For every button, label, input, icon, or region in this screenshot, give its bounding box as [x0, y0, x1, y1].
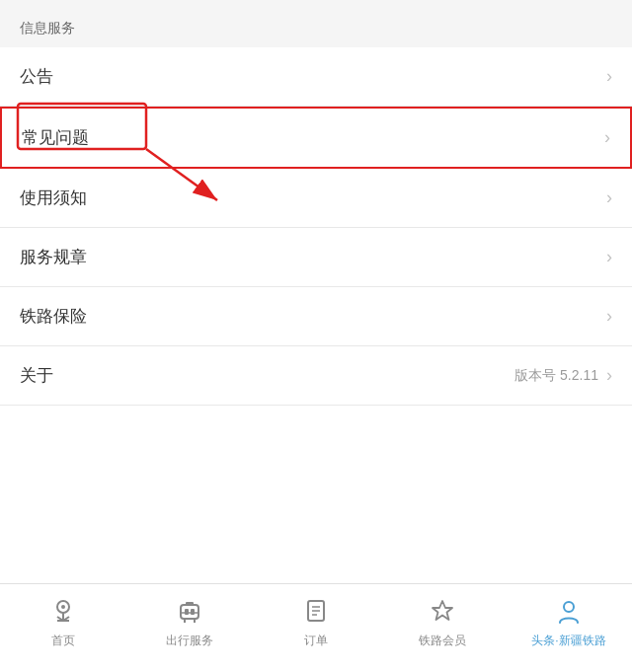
section-header: 信息服务	[0, 0, 632, 47]
chevron-icon: ›	[606, 306, 612, 327]
menu-item-service-rules-right: ›	[606, 247, 612, 267]
tab-orders[interactable]: 订单	[253, 597, 379, 649]
menu-item-service-rules[interactable]: 服务规章›	[0, 228, 632, 287]
home-icon	[49, 597, 77, 629]
menu-item-about-meta: 版本号 5.2.11	[514, 367, 598, 385]
menu-item-railway-insurance-label: 铁路保险	[20, 305, 87, 328]
tab-home-label: 首页	[51, 633, 75, 649]
menu-item-usage-notice-right: ›	[606, 187, 612, 208]
tab-profile-label: 头条·新疆铁路	[531, 633, 605, 649]
menu-item-railway-insurance[interactable]: 铁路保险›	[0, 287, 632, 346]
tab-home[interactable]: 首页	[0, 597, 126, 649]
menu-item-usage-notice-label: 使用须知	[20, 187, 87, 209]
svg-marker-20	[433, 601, 452, 620]
svg-rect-15	[186, 602, 194, 606]
menu-item-announcement-label: 公告	[20, 65, 53, 88]
menu-item-faq-right: ›	[604, 127, 610, 148]
tab-membership[interactable]: 铁路会员	[379, 597, 506, 649]
chevron-icon: ›	[606, 187, 612, 208]
tab-membership-label: 铁路会员	[419, 633, 466, 649]
menu-list: 公告›常见问题›使用须知›服务规章›铁路保险›关于版本号 5.2.11›	[0, 47, 632, 583]
svg-rect-10	[185, 609, 189, 615]
chevron-icon: ›	[604, 127, 610, 148]
menu-item-announcement[interactable]: 公告›	[0, 47, 632, 107]
menu-item-about-label: 关于	[20, 364, 53, 387]
svg-point-21	[564, 602, 574, 612]
profile-icon	[555, 597, 583, 629]
svg-rect-11	[191, 609, 195, 615]
svg-point-4	[61, 605, 65, 609]
svg-rect-9	[181, 605, 198, 619]
menu-item-faq[interactable]: 常见问题›	[0, 107, 632, 169]
tab-orders-label: 订单	[304, 633, 328, 649]
section-title: 信息服务	[20, 20, 75, 36]
tab-profile[interactable]: 头条·新疆铁路	[506, 597, 632, 649]
travel-icon	[176, 597, 203, 629]
menu-item-about-right: 版本号 5.2.11›	[514, 365, 612, 386]
membership-icon	[429, 597, 456, 629]
tab-travel[interactable]: 出行服务	[126, 597, 253, 649]
chevron-icon: ›	[606, 365, 612, 386]
menu-item-usage-notice[interactable]: 使用须知›	[0, 169, 632, 228]
menu-item-railway-insurance-right: ›	[606, 306, 612, 327]
chevron-icon: ›	[606, 66, 612, 87]
screen: 信息服务 公告›常见问题›使用须知›服务规章›铁路保险›关于版本号 5.2.11…	[0, 0, 632, 672]
menu-item-faq-label: 常见问题	[22, 126, 89, 149]
menu-item-about[interactable]: 关于版本号 5.2.11›	[0, 346, 632, 406]
orders-icon	[302, 597, 330, 629]
tab-travel-label: 出行服务	[166, 633, 213, 649]
menu-item-service-rules-label: 服务规章	[20, 246, 87, 268]
menu-item-announcement-right: ›	[606, 66, 612, 87]
chevron-icon: ›	[606, 247, 612, 267]
tab-bar: 首页 出行服务	[0, 583, 632, 672]
